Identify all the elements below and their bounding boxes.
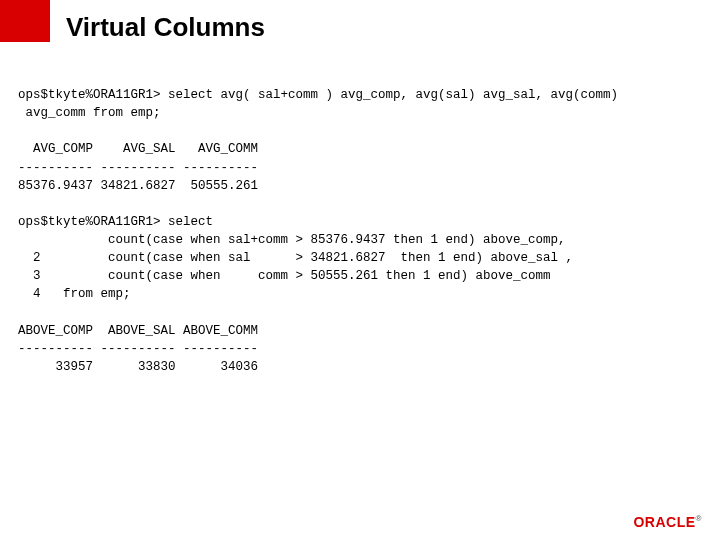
brand-accent-block: [0, 0, 50, 42]
oracle-logo-text: ORACLE: [633, 514, 695, 530]
oracle-logo: ORACLE®: [633, 514, 702, 530]
slide-title: Virtual Columns: [66, 12, 265, 43]
registered-icon: ®: [696, 514, 702, 523]
code-block: ops$tkyte%ORA11GR1> select avg( sal+comm…: [18, 86, 702, 376]
